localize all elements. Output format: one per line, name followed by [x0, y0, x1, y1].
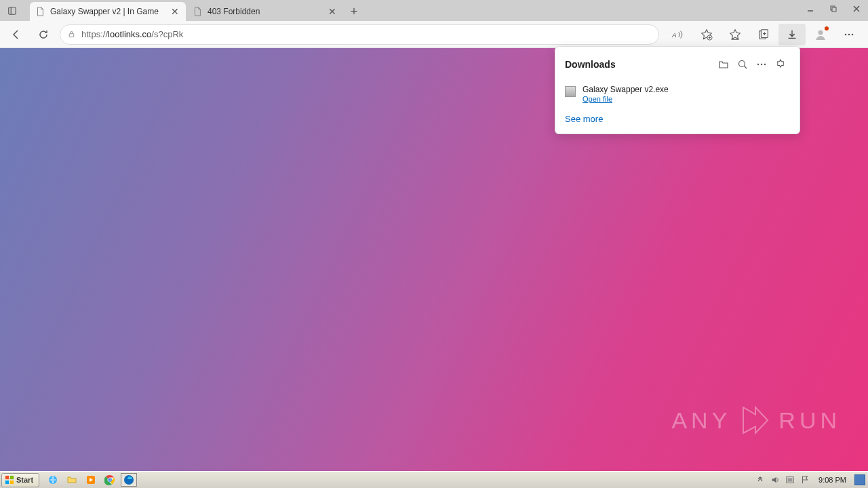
favorites-list-button[interactable] [722, 24, 749, 45]
refresh-button[interactable] [33, 24, 54, 45]
tray-app-icon[interactable] [785, 474, 795, 485]
taskbar-media[interactable] [83, 473, 99, 487]
pin-downloads-button[interactable] [771, 55, 790, 74]
svg-point-15 [739, 61, 745, 67]
downloads-more-button[interactable] [752, 55, 771, 74]
back-button[interactable] [5, 24, 27, 45]
address-bar[interactable]: https://lootlinks.co/s?cpRk [60, 24, 659, 45]
svg-point-29 [108, 479, 111, 481]
svg-rect-32 [788, 478, 793, 481]
taskbar: Start 9:08 PM [0, 471, 868, 488]
svg-rect-20 [5, 476, 9, 479]
downloads-popup: Downloads Galaxy Swapper v2.exe Open fil… [555, 46, 800, 134]
tab-close-button[interactable]: ✕ [327, 6, 338, 17]
lock-icon [67, 30, 76, 39]
see-more-link[interactable]: See more [555, 108, 800, 134]
titlebar: Galaxy Swapper v2 | In Game ✕ 403 Forbid… [0, 0, 868, 21]
taskbar-ie[interactable] [45, 473, 61, 487]
watermark: ANY RUN [671, 403, 841, 437]
downloads-title: Downloads [565, 59, 714, 70]
flag-icon[interactable] [800, 474, 810, 485]
clock[interactable]: 9:08 PM [814, 476, 850, 484]
profile-button[interactable] [807, 24, 834, 45]
search-downloads-button[interactable] [733, 55, 752, 74]
tab-title: 403 Forbidden [208, 7, 327, 16]
svg-rect-5 [69, 34, 74, 37]
downloads-button[interactable] [778, 24, 806, 45]
svg-rect-0 [9, 7, 16, 14]
menu-button[interactable] [835, 24, 863, 45]
tab-actions-button[interactable] [0, 0, 24, 21]
open-folder-button[interactable] [714, 55, 733, 74]
show-desktop-button[interactable] [854, 474, 865, 485]
notification-dot-icon [825, 26, 829, 30]
svg-point-12 [845, 33, 847, 35]
svg-line-16 [745, 66, 747, 69]
svg-rect-21 [10, 476, 14, 479]
svg-rect-23 [10, 481, 14, 484]
volume-icon[interactable] [770, 474, 781, 485]
favorite-button[interactable] [693, 24, 720, 45]
taskbar-chrome[interactable] [102, 473, 118, 487]
windows-logo-icon [5, 475, 14, 485]
url-text: https://lootlinks.co/s?cpRk [81, 29, 652, 39]
tab-actions-icon [7, 6, 17, 16]
svg-text:A: A [672, 30, 677, 38]
toolbar: https://lootlinks.co/s?cpRk A [0, 21, 868, 48]
open-file-link[interactable]: Open file [583, 95, 790, 103]
svg-point-14 [852, 33, 854, 35]
system-tray: 9:08 PM [755, 474, 868, 485]
window-controls [799, 0, 868, 21]
collections-button[interactable] [750, 24, 777, 45]
svg-point-13 [848, 33, 850, 35]
file-icon [565, 86, 576, 97]
play-icon [738, 403, 772, 437]
minimize-button[interactable] [799, 1, 822, 16]
svg-point-17 [757, 64, 759, 65]
download-item[interactable]: Galaxy Swapper v2.exe Open file [555, 81, 800, 108]
page-icon [193, 7, 202, 16]
tab-strip: Galaxy Swapper v2 | In Game ✕ 403 Forbid… [24, 0, 799, 21]
download-filename: Galaxy Swapper v2.exe [583, 85, 790, 94]
close-button[interactable] [845, 1, 868, 16]
svg-point-18 [761, 64, 762, 65]
tab-inactive[interactable]: 403 Forbidden ✕ [187, 2, 343, 21]
watermark-text: RUN [778, 407, 841, 434]
watermark-text: ANY [671, 407, 731, 434]
taskbar-explorer[interactable] [64, 473, 80, 487]
new-tab-button[interactable]: + [344, 2, 363, 21]
svg-rect-22 [5, 481, 9, 484]
page-icon [35, 7, 45, 16]
tab-close-button[interactable]: ✕ [170, 6, 180, 17]
downloads-header: Downloads [555, 47, 800, 81]
tab-title: Galaxy Swapper v2 | In Game [50, 7, 170, 16]
taskbar-edge[interactable] [121, 473, 137, 487]
start-label: Start [16, 476, 33, 484]
read-aloud-button[interactable]: A [665, 24, 692, 45]
tab-active[interactable]: Galaxy Swapper v2 | In Game ✕ [30, 2, 186, 21]
svg-rect-4 [832, 7, 836, 12]
svg-point-19 [764, 64, 766, 65]
maximize-button[interactable] [822, 1, 845, 16]
tray-expand-icon[interactable] [755, 474, 766, 485]
svg-point-11 [818, 30, 823, 35]
browser-window: Galaxy Swapper v2 | In Game ✕ 403 Forbid… [0, 0, 868, 471]
start-button[interactable]: Start [1, 473, 39, 487]
